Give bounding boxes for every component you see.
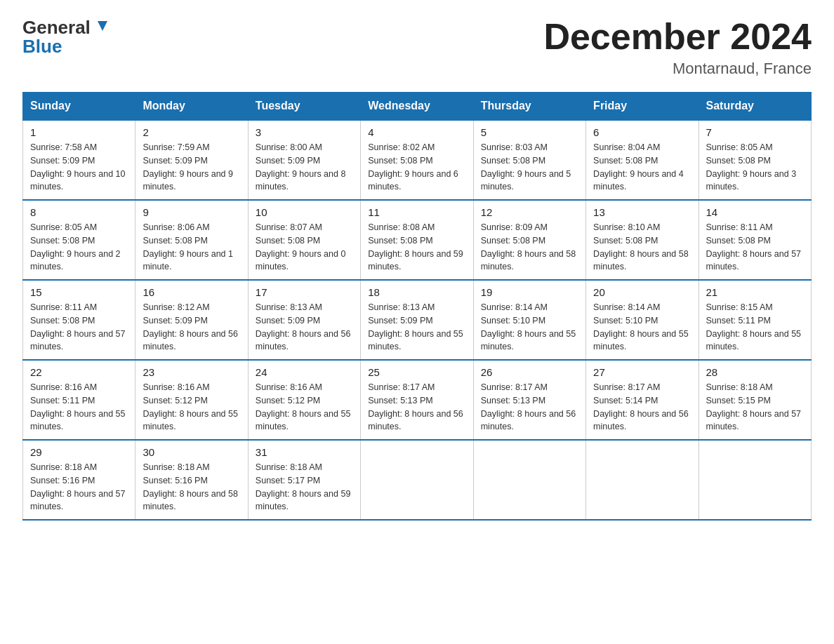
day-info: Sunrise: 8:14 AM Sunset: 5:10 PM Dayligh… (593, 301, 691, 354)
calendar-cell: 14 Sunrise: 8:11 AM Sunset: 5:08 PM Dayl… (699, 200, 811, 280)
day-info: Sunrise: 8:16 AM Sunset: 5:12 PM Dayligh… (256, 381, 353, 434)
calendar-cell (586, 440, 699, 520)
calendar-cell: 24 Sunrise: 8:16 AM Sunset: 5:12 PM Dayl… (248, 360, 360, 440)
calendar-cell: 10 Sunrise: 8:07 AM Sunset: 5:08 PM Dayl… (248, 200, 360, 280)
calendar-cell: 18 Sunrise: 8:13 AM Sunset: 5:09 PM Dayl… (361, 280, 473, 360)
day-number: 9 (143, 206, 240, 218)
day-info: Sunrise: 8:13 AM Sunset: 5:09 PM Dayligh… (368, 301, 465, 354)
weekday-header-saturday: Saturday (699, 93, 811, 121)
logo-blue: Blue (22, 36, 62, 58)
logo: General Blue (22, 17, 110, 58)
calendar-cell: 21 Sunrise: 8:15 AM Sunset: 5:11 PM Dayl… (699, 280, 811, 360)
day-info: Sunrise: 8:06 AM Sunset: 5:08 PM Dayligh… (143, 221, 240, 274)
calendar-cell (699, 440, 811, 520)
day-info: Sunrise: 8:16 AM Sunset: 5:12 PM Dayligh… (143, 381, 240, 434)
day-number: 27 (593, 366, 691, 378)
day-number: 18 (368, 286, 465, 298)
day-number: 11 (368, 206, 465, 218)
weekday-header-sunday: Sunday (23, 93, 135, 121)
weekday-header-thursday: Thursday (473, 93, 585, 121)
location: Montarnaud, France (543, 60, 812, 78)
calendar-cell: 15 Sunrise: 8:11 AM Sunset: 5:08 PM Dayl… (23, 280, 135, 360)
day-info: Sunrise: 8:09 AM Sunset: 5:08 PM Dayligh… (481, 221, 578, 274)
day-number: 13 (593, 206, 691, 218)
calendar-table: SundayMondayTuesdayWednesdayThursdayFrid… (22, 92, 812, 521)
day-info: Sunrise: 8:18 AM Sunset: 5:16 PM Dayligh… (30, 461, 128, 514)
day-info: Sunrise: 7:59 AM Sunset: 5:09 PM Dayligh… (143, 141, 240, 194)
day-number: 15 (30, 286, 128, 298)
day-number: 28 (706, 366, 804, 378)
weekday-header-friday: Friday (586, 93, 699, 121)
day-number: 31 (256, 446, 353, 458)
day-number: 7 (706, 126, 804, 138)
calendar-cell: 12 Sunrise: 8:09 AM Sunset: 5:08 PM Dayl… (473, 200, 585, 280)
logo-arrow-icon (95, 17, 110, 39)
day-info: Sunrise: 8:13 AM Sunset: 5:09 PM Dayligh… (256, 301, 353, 354)
day-info: Sunrise: 8:17 AM Sunset: 5:13 PM Dayligh… (368, 381, 465, 434)
day-info: Sunrise: 8:11 AM Sunset: 5:08 PM Dayligh… (706, 221, 804, 274)
calendar-cell: 28 Sunrise: 8:18 AM Sunset: 5:15 PM Dayl… (699, 360, 811, 440)
day-number: 23 (143, 366, 240, 378)
day-number: 17 (256, 286, 353, 298)
calendar-cell: 31 Sunrise: 8:18 AM Sunset: 5:17 PM Dayl… (248, 440, 360, 520)
day-info: Sunrise: 8:02 AM Sunset: 5:08 PM Dayligh… (368, 141, 465, 194)
day-number: 4 (368, 126, 465, 138)
day-info: Sunrise: 8:11 AM Sunset: 5:08 PM Dayligh… (30, 301, 128, 354)
day-number: 22 (30, 366, 128, 378)
day-number: 26 (481, 366, 578, 378)
calendar-week-1: 1 Sunrise: 7:58 AM Sunset: 5:09 PM Dayli… (23, 120, 812, 200)
day-number: 5 (481, 126, 578, 138)
day-number: 19 (481, 286, 578, 298)
day-info: Sunrise: 8:05 AM Sunset: 5:08 PM Dayligh… (706, 141, 804, 194)
calendar-week-5: 29 Sunrise: 8:18 AM Sunset: 5:16 PM Dayl… (23, 440, 812, 520)
calendar-cell: 3 Sunrise: 8:00 AM Sunset: 5:09 PM Dayli… (248, 120, 360, 200)
calendar-cell: 4 Sunrise: 8:02 AM Sunset: 5:08 PM Dayli… (361, 120, 473, 200)
calendar-cell (473, 440, 585, 520)
day-info: Sunrise: 8:18 AM Sunset: 5:15 PM Dayligh… (706, 381, 804, 434)
day-info: Sunrise: 8:00 AM Sunset: 5:09 PM Dayligh… (256, 141, 353, 194)
svg-marker-0 (98, 21, 107, 31)
day-info: Sunrise: 8:17 AM Sunset: 5:13 PM Dayligh… (481, 381, 578, 434)
day-info: Sunrise: 8:14 AM Sunset: 5:10 PM Dayligh… (481, 301, 578, 354)
day-info: Sunrise: 8:17 AM Sunset: 5:14 PM Dayligh… (593, 381, 691, 434)
calendar-week-4: 22 Sunrise: 8:16 AM Sunset: 5:11 PM Dayl… (23, 360, 812, 440)
day-number: 24 (256, 366, 353, 378)
month-title: December 2024 (543, 17, 812, 57)
day-number: 30 (143, 446, 240, 458)
calendar-week-2: 8 Sunrise: 8:05 AM Sunset: 5:08 PM Dayli… (23, 200, 812, 280)
calendar-cell: 13 Sunrise: 8:10 AM Sunset: 5:08 PM Dayl… (586, 200, 699, 280)
day-info: Sunrise: 8:18 AM Sunset: 5:17 PM Dayligh… (256, 461, 353, 514)
day-number: 16 (143, 286, 240, 298)
day-number: 8 (30, 206, 128, 218)
calendar-week-3: 15 Sunrise: 8:11 AM Sunset: 5:08 PM Dayl… (23, 280, 812, 360)
day-info: Sunrise: 7:58 AM Sunset: 5:09 PM Dayligh… (30, 141, 128, 194)
day-number: 3 (256, 126, 353, 138)
calendar-cell: 7 Sunrise: 8:05 AM Sunset: 5:08 PM Dayli… (699, 120, 811, 200)
day-number: 2 (143, 126, 240, 138)
day-number: 25 (368, 366, 465, 378)
weekday-header-wednesday: Wednesday (361, 93, 473, 121)
calendar-cell: 23 Sunrise: 8:16 AM Sunset: 5:12 PM Dayl… (135, 360, 248, 440)
calendar-cell: 9 Sunrise: 8:06 AM Sunset: 5:08 PM Dayli… (135, 200, 248, 280)
calendar-cell: 17 Sunrise: 8:13 AM Sunset: 5:09 PM Dayl… (248, 280, 360, 360)
day-number: 10 (256, 206, 353, 218)
day-number: 21 (706, 286, 804, 298)
calendar-cell: 8 Sunrise: 8:05 AM Sunset: 5:08 PM Dayli… (23, 200, 135, 280)
day-number: 6 (593, 126, 691, 138)
day-info: Sunrise: 8:12 AM Sunset: 5:09 PM Dayligh… (143, 301, 240, 354)
day-info: Sunrise: 8:16 AM Sunset: 5:11 PM Dayligh… (30, 381, 128, 434)
day-info: Sunrise: 8:18 AM Sunset: 5:16 PM Dayligh… (143, 461, 240, 514)
day-info: Sunrise: 8:07 AM Sunset: 5:08 PM Dayligh… (256, 221, 353, 274)
calendar-cell: 27 Sunrise: 8:17 AM Sunset: 5:14 PM Dayl… (586, 360, 699, 440)
calendar-cell: 26 Sunrise: 8:17 AM Sunset: 5:13 PM Dayl… (473, 360, 585, 440)
calendar-cell: 1 Sunrise: 7:58 AM Sunset: 5:09 PM Dayli… (23, 120, 135, 200)
title-block: December 2024 Montarnaud, France (543, 17, 812, 78)
calendar-cell: 11 Sunrise: 8:08 AM Sunset: 5:08 PM Dayl… (361, 200, 473, 280)
calendar-cell (361, 440, 473, 520)
calendar-cell: 5 Sunrise: 8:03 AM Sunset: 5:08 PM Dayli… (473, 120, 585, 200)
page-header: General Blue December 2024 Montarnaud, F… (22, 17, 812, 78)
calendar-cell: 22 Sunrise: 8:16 AM Sunset: 5:11 PM Dayl… (23, 360, 135, 440)
calendar-cell: 2 Sunrise: 7:59 AM Sunset: 5:09 PM Dayli… (135, 120, 248, 200)
day-number: 20 (593, 286, 691, 298)
day-number: 1 (30, 126, 128, 138)
